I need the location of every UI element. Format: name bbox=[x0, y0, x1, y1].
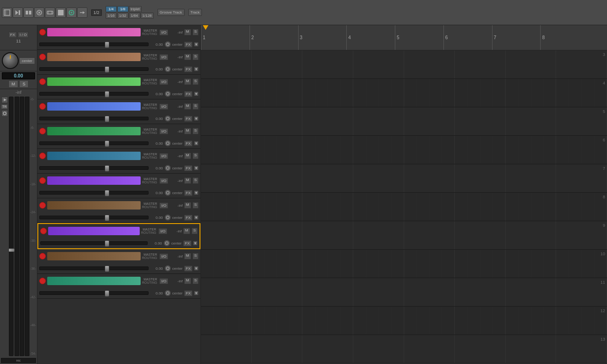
track-item-6[interactable]: MASTER ROUTING I/O -inf M S 0.00 center … bbox=[37, 99, 200, 124]
track-expand-btn-3[interactable]: ▼ bbox=[194, 42, 199, 47]
toolbar-icon-5[interactable] bbox=[45, 7, 55, 18]
arrange-row-10[interactable]: 10 bbox=[201, 250, 607, 278]
arrange-cell-13-8[interactable] bbox=[556, 335, 607, 363]
track-item-3[interactable]: MASTER ROUTING I/O -inf M S 0.00 center … bbox=[37, 25, 200, 50]
arrange-cell-5-2[interactable] bbox=[252, 107, 303, 135]
arrange-cell-4-3[interactable] bbox=[302, 79, 353, 107]
track-fx-btn-13[interactable]: FX bbox=[184, 290, 193, 296]
quantize-1-128[interactable]: 1/128 bbox=[141, 13, 154, 19]
arrange-cell-11-5[interactable] bbox=[404, 278, 455, 306]
track-pan-btn-7[interactable] bbox=[164, 140, 171, 147]
arrange-cell-4-6[interactable] bbox=[455, 79, 506, 107]
track-solo-btn-12[interactable]: S bbox=[193, 253, 199, 259]
track-fx-btn-4[interactable]: FX bbox=[184, 66, 193, 72]
arrange-cell-8-5[interactable] bbox=[404, 193, 455, 221]
track-fader-11[interactable] bbox=[40, 241, 148, 245]
track-pan-btn-9[interactable] bbox=[164, 189, 171, 196]
arrange-row-12[interactable]: 12 bbox=[201, 307, 607, 335]
arrange-cell-6-4[interactable] bbox=[353, 136, 404, 164]
track-io-btn-13[interactable]: I/O bbox=[159, 278, 168, 284]
arrange-cell-9-7[interactable] bbox=[506, 221, 557, 249]
arrange-row-13[interactable]: 13 bbox=[201, 335, 607, 364]
arrange-cell-10-6[interactable] bbox=[455, 250, 506, 278]
arrange-cell-6-3[interactable] bbox=[302, 136, 353, 164]
arrange-cell-3-6[interactable] bbox=[455, 50, 506, 78]
arrange-cell-7-4[interactable] bbox=[353, 164, 404, 192]
track-expand-btn-12[interactable]: ▼ bbox=[194, 266, 199, 271]
track-io-btn-7[interactable]: I/O bbox=[159, 128, 168, 134]
track-expand-btn-11[interactable]: ▼ bbox=[193, 241, 198, 245]
arrange-cell-8-1[interactable] bbox=[201, 193, 252, 221]
arrange-cell-6-1[interactable] bbox=[201, 136, 252, 164]
arrange-cell-8-3[interactable] bbox=[302, 193, 353, 221]
arrange-cell-13-4[interactable] bbox=[353, 335, 404, 363]
track-io-btn-3[interactable]: I/O bbox=[159, 29, 168, 35]
track-expand-btn-5[interactable]: ▼ bbox=[194, 91, 199, 96]
quantize-1-32[interactable]: 1/32 bbox=[117, 13, 129, 19]
toolbar-icon-arrow[interactable] bbox=[77, 7, 87, 18]
arrange-row-9[interactable]: 9 bbox=[201, 221, 607, 250]
track-fader-8[interactable] bbox=[39, 166, 149, 170]
arrange-cell-5-3[interactable] bbox=[302, 107, 353, 135]
arrange-cell-8-8[interactable] bbox=[556, 193, 607, 221]
arrange-cell-3-1[interactable] bbox=[201, 50, 252, 78]
play-button[interactable] bbox=[1, 97, 8, 103]
arrange-cell-11-8[interactable] bbox=[556, 278, 607, 306]
track-record-btn-10[interactable] bbox=[39, 202, 46, 209]
track-pan-btn-11[interactable] bbox=[164, 240, 170, 246]
track-item-13[interactable]: MASTER ROUTING I/O -inf M S 0.00 center … bbox=[37, 274, 200, 299]
track-item-8[interactable]: MASTER ROUTING I/O -inf M S 0.00 center … bbox=[37, 149, 200, 174]
track-fx-btn-5[interactable]: FX bbox=[184, 91, 193, 97]
arrange-cell-12-3[interactable] bbox=[302, 307, 353, 335]
track-fader-9[interactable] bbox=[39, 191, 149, 195]
arrange-cell-5-8[interactable] bbox=[556, 107, 607, 135]
toolbar-icon-3[interactable] bbox=[23, 7, 34, 18]
arrange-cell-7-1[interactable] bbox=[201, 164, 252, 192]
arrange-cell-9-2[interactable] bbox=[252, 221, 303, 249]
track-item-5[interactable]: MASTER ROUTING I/O -inf M S 0.00 center … bbox=[37, 75, 200, 99]
arrange-cell-5-5[interactable] bbox=[404, 107, 455, 135]
arrange-cell-11-4[interactable] bbox=[353, 278, 404, 306]
arrange-cell-12-1[interactable] bbox=[201, 307, 252, 335]
arrange-cell-12-5[interactable] bbox=[404, 307, 455, 335]
toolbar-icon-2[interactable] bbox=[13, 7, 23, 18]
track-fx-btn-10[interactable]: FX bbox=[184, 215, 193, 221]
arrange-cell-8-2[interactable] bbox=[252, 193, 303, 221]
track-fader-3[interactable] bbox=[39, 42, 149, 46]
track-expand-btn-7[interactable]: ▼ bbox=[194, 141, 199, 146]
track-record-btn-4[interactable] bbox=[39, 54, 46, 60]
track-mute-btn-10[interactable]: M bbox=[184, 202, 191, 209]
master-pan-knob[interactable] bbox=[2, 52, 19, 69]
arrange-cell-9-4[interactable] bbox=[353, 221, 404, 249]
track-pan-btn-3[interactable] bbox=[164, 41, 171, 48]
arrange-cell-11-1[interactable] bbox=[201, 278, 252, 306]
arrange-cell-10-4[interactable] bbox=[353, 250, 404, 278]
toolbar-icon-1[interactable] bbox=[2, 7, 12, 18]
track-item-4[interactable]: MASTER ROUTING I/O -inf M S 0.00 center … bbox=[37, 50, 200, 75]
arrange-cell-4-7[interactable] bbox=[506, 79, 557, 107]
quantize-1-16[interactable]: 1/16 bbox=[106, 13, 117, 19]
master-center-button[interactable]: center bbox=[19, 57, 35, 64]
track-button[interactable]: Track bbox=[188, 9, 202, 16]
arrange-cell-4-2[interactable] bbox=[252, 79, 303, 107]
track-solo-btn-9[interactable]: S bbox=[193, 177, 199, 184]
arrange-cell-8-4[interactable] bbox=[353, 193, 404, 221]
arrange-cell-10-8[interactable] bbox=[556, 250, 607, 278]
track-item-12[interactable]: MASTER ROUTING I/O -inf M S 0.00 center … bbox=[37, 249, 200, 274]
track-expand-btn-9[interactable]: ▼ bbox=[194, 190, 199, 195]
track-solo-btn-13[interactable]: S bbox=[193, 278, 199, 284]
track-fader-13[interactable] bbox=[39, 291, 149, 295]
arrange-cell-10-2[interactable] bbox=[252, 250, 303, 278]
arrange-cell-3-2[interactable] bbox=[252, 50, 303, 78]
track-record-btn-5[interactable] bbox=[39, 78, 46, 85]
track-fader-4[interactable] bbox=[39, 67, 149, 71]
track-expand-btn-10[interactable]: ▼ bbox=[194, 215, 199, 220]
arrange-row-8[interactable]: 8 bbox=[201, 193, 607, 221]
track-pan-btn-12[interactable] bbox=[164, 265, 171, 272]
track-io-btn-12[interactable]: I/O bbox=[159, 253, 168, 259]
arrange-cell-7-7[interactable] bbox=[506, 164, 557, 192]
track-fader-12[interactable] bbox=[39, 266, 149, 270]
arrange-cell-5-1[interactable] bbox=[201, 107, 252, 135]
track-record-btn-13[interactable] bbox=[39, 278, 46, 284]
track-item-9[interactable]: MASTER ROUTING I/O -inf M S 0.00 center … bbox=[37, 174, 200, 198]
